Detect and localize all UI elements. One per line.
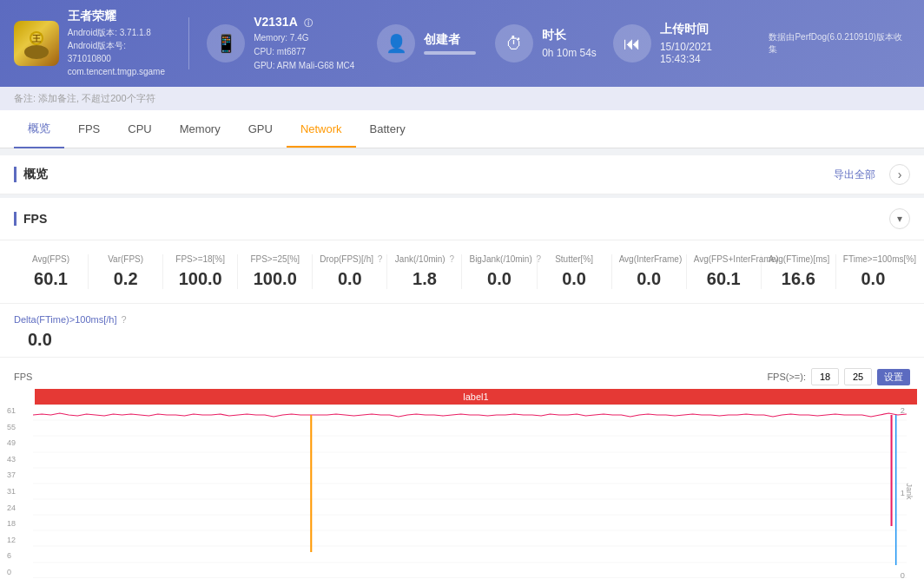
stat-var-fps-value: 0.2 bbox=[96, 269, 155, 289]
game-details: Android版本: 3.71.1.8 Android版本号: 37101080… bbox=[68, 26, 171, 78]
fps-stats-grid: Avg(FPS) 60.1 Var(FPS) 0.2 FPS>=18[%] 10… bbox=[0, 240, 924, 304]
device-section: 📱 V2131A ⓘ Memory: 7.4G CPU: mt6877 GPU:… bbox=[207, 15, 363, 73]
stat-ftime-value: 16.6 bbox=[769, 269, 828, 289]
creator-icon: 👤 bbox=[377, 24, 415, 63]
chart-fps-label: FPS bbox=[14, 372, 32, 382]
stat-fps25-label: FPS>=25[%] bbox=[245, 254, 305, 264]
stat-fps18-value: 100.0 bbox=[170, 269, 230, 289]
stat-bigjank: BigJank(/10min) ? 0.0 bbox=[462, 254, 537, 289]
device-memory: Memory: 7.4G bbox=[254, 31, 354, 45]
duration-value: 0h 10m 54s bbox=[542, 47, 597, 59]
label-band: label1 bbox=[35, 389, 917, 405]
nav-tabs: 概览 FPS CPU Memory GPU Network Battery bbox=[0, 110, 924, 148]
stat-var-fps-label: Var(FPS) bbox=[96, 254, 155, 264]
stat-jank-value: 1.8 bbox=[394, 269, 454, 289]
chart-area: FPS FPS(>=): 设置 label1 6155494337 312418… bbox=[0, 358, 924, 579]
brand-section: 王 王者荣耀 Android版本: 3.71.1.8 Android版本号: 3… bbox=[14, 9, 171, 78]
upload-label: 上传时间 bbox=[660, 22, 756, 37]
device-name: V2131A ⓘ bbox=[254, 15, 354, 30]
info-icon: ⓘ bbox=[304, 18, 313, 28]
stat-var-fps: Var(FPS) 0.2 bbox=[89, 254, 163, 289]
tab-memory[interactable]: Memory bbox=[166, 112, 234, 148]
game-icon: 王 bbox=[14, 21, 59, 66]
stat-ftime100-label: FTime>=100ms[%] bbox=[843, 254, 903, 264]
stat-stutter: Stutter[%] 0.0 bbox=[538, 254, 612, 289]
device-cpu: CPU: mt6877 bbox=[254, 45, 354, 59]
delta-row: Delta(FTime)>100ms[/h] ? 0.0 bbox=[0, 304, 924, 358]
chart-controls: FPS FPS(>=): 设置 bbox=[0, 365, 924, 389]
fps-input-25[interactable] bbox=[844, 368, 872, 385]
stat-drop-fps-label: Drop(FPS)[/h] ? bbox=[320, 254, 380, 264]
duration-section: ⏱ 时长 0h 10m 54s bbox=[495, 24, 599, 63]
brand-info: 王者荣耀 Android版本: 3.71.1.8 Android版本号: 371… bbox=[68, 9, 171, 78]
jank-axis-label: Jank bbox=[904, 483, 913, 499]
stat-ftime100-value: 0.0 bbox=[843, 269, 903, 289]
fps-input-18[interactable] bbox=[811, 368, 839, 385]
fps-section-header: FPS ▾ bbox=[0, 198, 924, 240]
device-info: V2131A ⓘ Memory: 7.4G CPU: mt6877 GPU: A… bbox=[254, 15, 354, 73]
stat-fps-interframe-label: Avg(FPS+InterFrame) bbox=[694, 254, 754, 264]
stat-ftime: Avg(FTime)[ms] 16.6 bbox=[762, 254, 836, 289]
fps-section: FPS ▾ Avg(FPS) 60.1 Var(FPS) 0.2 FPS>=18… bbox=[0, 198, 924, 579]
stat-interframe-value: 0.0 bbox=[619, 269, 679, 289]
stat-drop-fps-value: 0.0 bbox=[320, 269, 380, 289]
export-button[interactable]: 导出全部 bbox=[827, 166, 882, 184]
notes-bar[interactable]: 备注: 添加备注, 不超过200个字符 bbox=[0, 87, 924, 110]
stat-interframe-label: Avg(InterFrame) bbox=[619, 254, 679, 264]
tab-fps[interactable]: FPS bbox=[64, 112, 114, 148]
svg-text:2: 2 bbox=[901, 406, 905, 415]
creator-label: 创建者 bbox=[424, 32, 476, 48]
stat-fps25-value: 100.0 bbox=[245, 269, 305, 289]
stat-ftime100: FTime>=100ms[%] 0.0 bbox=[836, 254, 910, 289]
stat-jank-label: Jank(/10min) ? bbox=[394, 254, 454, 264]
stat-fps25: FPS>=25[%] 100.0 bbox=[238, 254, 313, 289]
android-version: Android版本: 3.71.1.8 bbox=[68, 26, 171, 39]
stat-avg-fps: Avg(FPS) 60.1 bbox=[14, 254, 89, 289]
game-name: 王者荣耀 bbox=[68, 9, 171, 24]
notes-placeholder: 备注: 添加备注, 不超过200个字符 bbox=[14, 93, 155, 103]
tab-battery[interactable]: Battery bbox=[356, 112, 419, 148]
fps-set-button[interactable]: 设置 bbox=[877, 369, 910, 385]
stat-drop-fps: Drop(FPS)[/h] ? 0.0 bbox=[313, 254, 387, 289]
header: 王 王者荣耀 Android版本: 3.71.1.8 Android版本号: 3… bbox=[0, 0, 924, 87]
divider-1 bbox=[188, 17, 189, 69]
duration-icon: ⏱ bbox=[495, 24, 533, 63]
duration-info: 时长 0h 10m 54s bbox=[542, 28, 597, 59]
upload-value: 15/10/2021 15:43:34 bbox=[660, 41, 756, 65]
tab-cpu[interactable]: CPU bbox=[114, 112, 165, 148]
overview-title: 概览 bbox=[14, 167, 48, 182]
stat-interframe: Avg(InterFrame) 0.0 bbox=[612, 254, 687, 289]
creator-bar bbox=[424, 51, 476, 55]
stat-jank: Jank(/10min) ? 1.8 bbox=[387, 254, 462, 289]
svg-text:王: 王 bbox=[32, 34, 42, 43]
data-source: 数据由PerfDog(6.0.210910)版本收集 bbox=[769, 31, 910, 56]
device-details: Memory: 7.4G CPU: mt6877 GPU: ARM Mali-G… bbox=[254, 31, 354, 73]
chart-fps-controls: FPS(>=): 设置 bbox=[767, 368, 910, 385]
device-icon: 📱 bbox=[207, 24, 245, 63]
expand-overview-button[interactable]: › bbox=[889, 164, 910, 185]
stat-fps-interframe-value: 60.1 bbox=[694, 269, 754, 289]
overview-section-header: 概览 导出全部 › bbox=[0, 155, 924, 194]
overview-actions: 导出全部 › bbox=[827, 164, 910, 185]
stat-stutter-value: 0.0 bbox=[544, 269, 604, 289]
tab-network[interactable]: Network bbox=[287, 112, 356, 148]
expand-fps-button[interactable]: ▾ bbox=[889, 208, 910, 229]
stat-fps18-label: FPS>=18[%] bbox=[170, 254, 230, 264]
creator-section: 👤 创建者 bbox=[377, 24, 481, 63]
fps-title: FPS bbox=[14, 212, 47, 226]
fps-gte-label: FPS(>=): bbox=[767, 372, 806, 382]
tab-overview[interactable]: 概览 bbox=[14, 110, 64, 148]
creator-info: 创建者 bbox=[424, 32, 476, 55]
stat-avg-fps-label: Avg(FPS) bbox=[21, 254, 81, 264]
stat-fps-interframe: Avg(FPS+InterFrame) 60.1 bbox=[687, 254, 762, 289]
chart-wrapper: 6155494337 3124181260 bbox=[0, 405, 917, 578]
upload-icon: ⏮ bbox=[613, 24, 651, 63]
delta-label: Delta(FTime)>100ms[/h] ? bbox=[14, 314, 910, 325]
upload-info: 上传时间 15/10/2021 15:43:34 bbox=[660, 22, 756, 65]
device-gpu: GPU: ARM Mali-G68 MC4 bbox=[254, 59, 354, 73]
game-package: com.tencent.tmgp.sgame bbox=[68, 65, 171, 78]
android-sdk: Android版本号: 371010800 bbox=[68, 39, 171, 65]
upload-section: ⏮ 上传时间 15/10/2021 15:43:34 bbox=[613, 22, 755, 65]
stat-ftime-label: Avg(FTime)[ms] bbox=[769, 254, 828, 264]
tab-gpu[interactable]: GPU bbox=[234, 112, 287, 148]
